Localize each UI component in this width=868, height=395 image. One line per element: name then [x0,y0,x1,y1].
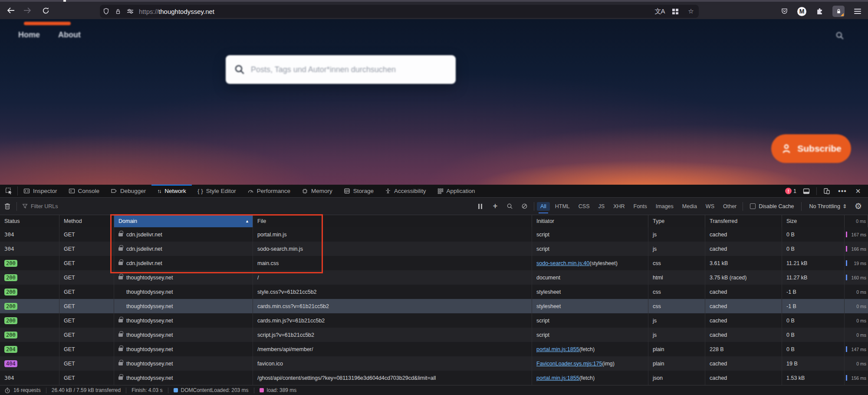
tab-inspector[interactable]: Inspector [18,185,63,197]
initiator-link[interactable]: FaviconLoader.sys.mjs:175 [536,361,602,367]
translate-icon[interactable]: 文A [652,7,667,16]
initiator-link[interactable]: portal.min.js:1855 [536,346,579,352]
header-method[interactable]: Method [59,215,114,227]
permissions-icon[interactable] [124,8,136,14]
picture-in-picture-icon[interactable] [667,9,683,14]
site-search-icon[interactable] [835,31,844,40]
filter-pill-other[interactable]: Other [720,202,740,211]
header-file[interactable]: File [253,215,532,227]
network-request-row[interactable]: 200GETthoughtodyssey.netscript.js?v=61b2… [0,328,868,342]
filter-pill-ws[interactable]: WS [702,202,718,211]
header-status[interactable]: Status [0,215,59,227]
timeline-cell: 19 ms [845,256,868,270]
filter-pill-css[interactable]: CSS [575,202,593,211]
url-bar[interactable]: https://thoughtodyssey.net 文A ☆ [100,5,699,18]
tab-label: Application [447,188,475,194]
pocket-icon[interactable] [777,5,791,17]
connection-lock-icon[interactable] [112,8,124,15]
header-initiator[interactable]: Initiator [532,215,648,227]
initiator-cell: sodo-search.min.js:40 (stylesheet) [532,256,648,270]
type-cell: css [648,256,705,270]
back-button[interactable] [3,4,18,17]
pause-icon[interactable] [473,200,488,212]
header-type[interactable]: Type [648,215,705,227]
bookmark-star-icon[interactable]: ☆ [683,7,699,15]
network-request-row[interactable]: 200GETthoughtodyssey.netstyle.css?v=61b2… [0,285,868,299]
transferred-cell: cached [705,242,782,256]
disable-cache-checkbox[interactable] [750,203,756,209]
filter-pill-xhr[interactable]: XHR [610,202,628,211]
extensions-puzzle-icon[interactable] [812,5,826,17]
domain-cell: cdn.jsdelivr.net [114,256,253,270]
status-badge: 304 [4,246,14,252]
network-table-body: 304GETcdn.jsdelivr.netportal.min.jsscrip… [0,227,868,385]
network-request-row[interactable]: 200GETthoughtodyssey.net/documenthtml3.7… [0,270,868,285]
tab-style-editor[interactable]: { } Style Editor [192,185,242,197]
size-cell: 11.27 kB [782,270,845,285]
devtools-close-icon[interactable]: ✕ [852,186,864,196]
filter-pill-media[interactable]: Media [679,202,700,211]
network-request-row[interactable]: 200GETcdn.jsdelivr.netmain.csssodo-searc… [0,256,868,270]
filter-pill-html[interactable]: HTML [552,202,573,211]
filter-pill-images[interactable]: Images [652,202,677,211]
memory-icon [302,188,308,194]
tab-storage[interactable]: Storage [338,185,379,197]
network-request-row[interactable]: 304GETcdn.jsdelivr.netportal.min.jsscrip… [0,227,868,242]
network-request-row[interactable]: 404GETthoughtodyssey.netfavicon.icoFavic… [0,356,868,371]
split-console-icon[interactable] [801,186,812,196]
initiator-link[interactable]: sodo-search.min.js:40 [536,260,589,266]
timeline-cell: 0 ms [845,356,868,371]
tab-performance[interactable]: Performance [242,185,296,197]
subscribe-label: Subscribe [797,143,842,154]
header-transferred[interactable]: Transferred [705,215,782,227]
initiator-link[interactable]: portal.min.js:1855 [536,375,579,381]
filter-pill-all[interactable]: All [537,202,550,211]
domain-cell: thoughtodyssey.net [114,285,253,299]
transferred-cell: 3.61 kB [705,256,782,270]
network-settings-gear-icon[interactable]: ⚙ [853,201,868,211]
header-size[interactable]: Size [782,215,845,227]
url-text[interactable]: https://thoughtodyssey.net [139,8,652,15]
account-avatar[interactable]: M [797,7,806,16]
subscribe-button[interactable]: Subscribe [771,134,851,163]
nav-item-about[interactable]: About [58,30,81,40]
debugger-icon [111,188,117,194]
waterfall-tick [846,260,847,266]
filter-pill-js[interactable]: JS [595,202,608,211]
network-request-row[interactable]: 304GETthoughtodyssey.net/ghost/api/conte… [0,371,868,385]
reload-button[interactable] [38,4,53,17]
disable-cache-toggle[interactable]: Disable Cache [745,203,799,209]
network-request-row[interactable]: 200GETthoughtodyssey.netcards.min.js?v=6… [0,313,868,328]
throttling-dropdown[interactable]: No Throttling ⇕ [803,203,853,209]
menu-hamburger-icon[interactable] [851,5,865,17]
password-extension-icon[interactable] [832,6,845,17]
pick-element-icon[interactable] [0,185,17,197]
site-search-box[interactable]: Posts, Tags und Autor*innen durchsuchen [226,55,456,84]
network-request-row[interactable]: 304GETcdn.jsdelivr.netsodo-search.min.js… [0,242,868,256]
tab-memory[interactable]: Memory [296,185,338,197]
network-request-row[interactable]: 204GETthoughtodyssey.net/members/api/mem… [0,342,868,356]
clear-requests-icon[interactable] [0,200,15,212]
network-request-row[interactable]: 200GETthoughtodyssey.netcards.min.css?v=… [0,299,868,313]
header-domain[interactable]: Domain▲ [114,215,253,227]
tab-network[interactable]: ↑↓ Network [151,185,192,197]
tab-console[interactable]: Console [63,185,105,197]
filter-urls-input[interactable]: Filter URLs [19,203,473,209]
tab-debugger[interactable]: Debugger [105,185,151,197]
tab-accessibility[interactable]: Accessibility [379,185,432,197]
devtools-menu-icon[interactable]: ••• [837,186,848,196]
status-cell: 200 [0,299,59,313]
transferred-cell: cached [705,313,782,328]
tab-application[interactable]: Application [432,185,481,197]
filter-pill-fonts[interactable]: Fonts [630,202,651,211]
tracking-shield-icon[interactable] [100,8,112,15]
block-requests-icon[interactable] [517,200,532,212]
error-count-badge[interactable]: ! 1 [785,188,796,194]
method-cell: GET [59,313,114,328]
forward-button[interactable] [20,4,35,17]
nav-item-home[interactable]: Home [18,30,40,40]
search-requests-icon[interactable] [503,200,517,212]
responsive-design-icon[interactable] [821,186,832,196]
file-cell: style.css?v=61b21cc5b2 [253,285,532,299]
add-request-icon[interactable]: + [488,200,503,212]
